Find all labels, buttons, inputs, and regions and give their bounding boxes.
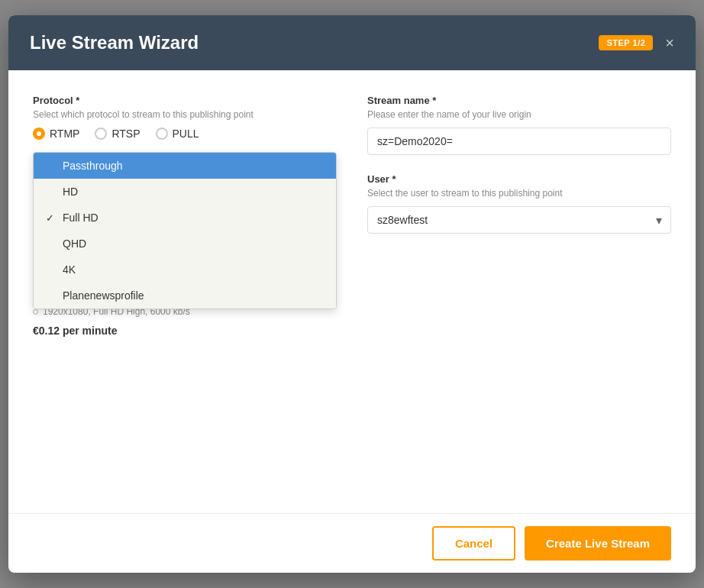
protocol-pull[interactable]: PULL — [156, 128, 199, 140]
protocol-rtsp[interactable]: RTSP — [95, 128, 140, 140]
header-right: STEP 1/2 × — [599, 35, 674, 50]
stream-name-hint: Please enter the name of your live origi… — [367, 109, 671, 120]
dropdown-item-passthrough[interactable]: Passthrough — [34, 153, 336, 179]
rtsp-radio-circle — [95, 128, 107, 140]
stream-name-input[interactable] — [367, 128, 671, 155]
4k-label: 4K — [63, 263, 76, 276]
passthrough-label: Passthrough — [63, 160, 123, 172]
live-stream-wizard-modal: Live Stream Wizard STEP 1/2 × Protocol *… — [8, 15, 696, 573]
pull-radio-circle — [156, 128, 168, 140]
protocol-radios: RTMP RTSP PULL — [33, 128, 337, 140]
user-select-display[interactable]: sz8ewftest — [367, 206, 671, 234]
rtmp-label: RTMP — [50, 128, 79, 140]
left-panel: Protocol * Select which protocol to stre… — [33, 95, 337, 495]
stream-name-label: Stream name * — [367, 95, 671, 106]
dropdown-item-4k[interactable]: 4K — [34, 257, 336, 283]
dropdown-item-qhd[interactable]: QHD — [34, 231, 336, 257]
cancel-button[interactable]: Cancel — [432, 526, 515, 561]
dropdown-item-fullhd[interactable]: Full HD — [34, 205, 336, 231]
step-badge: STEP 1/2 — [599, 35, 653, 50]
qhd-label: QHD — [63, 237, 86, 250]
price-label: €0.12 per minute — [33, 325, 337, 337]
user-selected-value: sz8ewftest — [377, 214, 428, 226]
rtsp-label: RTSP — [111, 128, 140, 140]
modal-body: Protocol * Select which protocol to stre… — [8, 70, 696, 513]
pull-label: PULL — [173, 128, 199, 140]
hd-label: HD — [63, 186, 78, 198]
user-select-wrapper[interactable]: sz8ewftest — [367, 206, 671, 234]
dropdown-item-planenews[interactable]: Planenewsprofile — [34, 283, 336, 309]
spec-dot-2 — [33, 309, 38, 315]
user-hint: Select the user to stream to this publis… — [367, 188, 671, 199]
protocol-rtmp[interactable]: RTMP — [33, 128, 79, 140]
user-group: User * Select the user to stream to this… — [367, 173, 671, 234]
dropdown-item-hd[interactable]: HD — [34, 179, 336, 205]
protocol-hint: Select which protocol to stream to this … — [33, 109, 337, 120]
modal-header: Live Stream Wizard STEP 1/2 × — [8, 15, 696, 70]
create-live-stream-button[interactable]: Create Live Stream — [525, 526, 671, 561]
close-button[interactable]: × — [665, 35, 674, 50]
modal-title: Live Stream Wizard — [30, 32, 199, 53]
profile-dropdown: Passthrough HD Full HD QHD 4K — [33, 152, 337, 309]
user-label: User * — [367, 173, 671, 185]
stream-name-group: Stream name * Please enter the name of y… — [367, 95, 671, 155]
rtmp-radio-circle — [33, 128, 45, 140]
right-panel: Stream name * Please enter the name of y… — [367, 95, 671, 495]
modal-footer: Cancel Create Live Stream — [8, 513, 696, 573]
protocol-label: Protocol * — [33, 95, 337, 106]
planenews-label: Planenewsprofile — [63, 289, 144, 302]
fullhd-label: Full HD — [63, 212, 98, 224]
